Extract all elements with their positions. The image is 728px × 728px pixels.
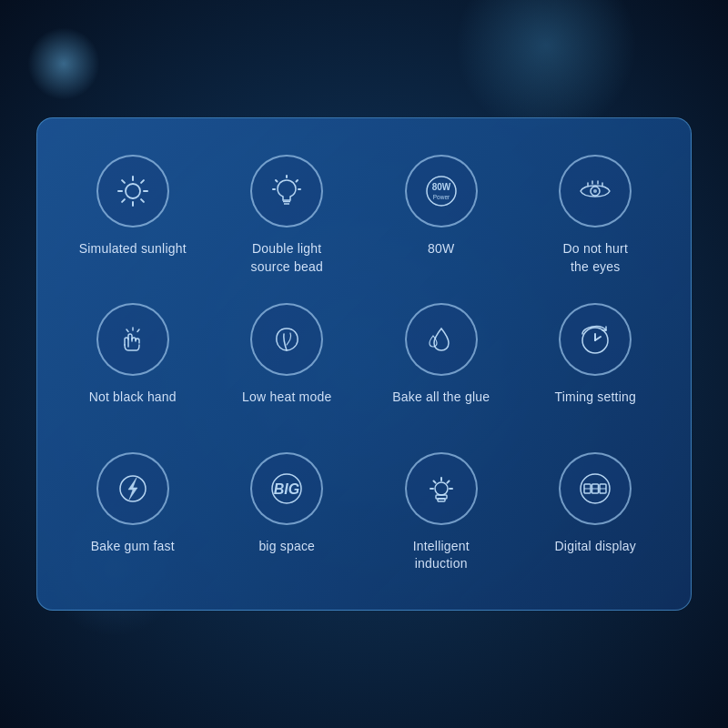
svg-line-13 bbox=[297, 180, 298, 182]
feature-low-heat-mode: Low heat mode bbox=[210, 294, 365, 433]
svg-line-5 bbox=[122, 180, 125, 183]
feature-timing-setting: Timing setting bbox=[519, 294, 673, 433]
water-drops-icon bbox=[421, 319, 461, 359]
feature-not-black-hand: Not black hand bbox=[56, 294, 210, 433]
svg-text:Power: Power bbox=[433, 194, 450, 200]
bake-all-the-glue-label: Bake all the glue bbox=[392, 389, 490, 407]
lightning-icon bbox=[113, 469, 153, 509]
80w-icon-circle: 80W Power bbox=[405, 155, 478, 228]
svg-point-20 bbox=[593, 189, 597, 193]
feature-simulated-sunlight: Simulated sunlight bbox=[56, 146, 210, 285]
svg-line-8 bbox=[122, 199, 125, 202]
bell-light-icon bbox=[421, 469, 461, 509]
low-heat-mode-label: Low heat mode bbox=[242, 389, 331, 407]
feature-bake-all-the-glue: Bake all the glue bbox=[364, 294, 519, 433]
svg-line-7 bbox=[141, 180, 144, 183]
simulated-sunlight-label: Simulated sunlight bbox=[79, 240, 187, 258]
svg-point-0 bbox=[126, 184, 140, 198]
hand-icon bbox=[113, 319, 153, 359]
svg-point-35 bbox=[435, 482, 448, 495]
intelligent-induction-icon-circle bbox=[405, 452, 478, 525]
feature-big-space: BIG big space bbox=[210, 443, 365, 582]
double-light-source-bead-label: Double lightsource bead bbox=[251, 240, 323, 276]
timing-setting-label: Timing setting bbox=[555, 389, 636, 407]
bake-gum-fast-label: Bake gum fast bbox=[91, 538, 175, 556]
svg-line-26 bbox=[126, 329, 128, 332]
svg-text:80W: 80W bbox=[431, 182, 450, 192]
timing-setting-icon-circle bbox=[559, 303, 632, 376]
svg-line-41 bbox=[433, 480, 435, 482]
features-card: Simulated sunlight Double lightsource be… bbox=[36, 117, 692, 611]
not-black-hand-label: Not black hand bbox=[89, 389, 177, 407]
simulated-sunlight-icon-circle bbox=[96, 155, 169, 228]
svg-line-42 bbox=[447, 480, 449, 482]
80w-power-icon: 80W Power bbox=[421, 171, 461, 211]
intelligent-induction-label: Intelligentinduction bbox=[413, 538, 470, 573]
svg-text:BIG: BIG bbox=[274, 481, 299, 497]
sun-icon bbox=[113, 171, 153, 211]
feature-do-not-hurt-the-eyes: Do not hurtthe eyes bbox=[519, 146, 673, 285]
80w-label: 80W bbox=[428, 240, 454, 258]
bulb-icon bbox=[267, 171, 307, 211]
display-icon bbox=[575, 469, 615, 509]
digital-display-label: Digital display bbox=[555, 538, 636, 556]
bg-decoration-3 bbox=[27, 27, 100, 100]
svg-line-27 bbox=[137, 329, 139, 332]
svg-marker-32 bbox=[128, 478, 137, 500]
feature-double-light-source-bead: Double lightsource bead bbox=[210, 146, 365, 285]
not-black-hand-icon-circle bbox=[96, 303, 169, 376]
digital-display-icon-circle bbox=[559, 452, 632, 525]
eye-icon bbox=[575, 171, 615, 211]
do-not-hurt-eyes-icon-circle bbox=[559, 155, 632, 228]
low-heat-mode-icon-circle bbox=[250, 303, 323, 376]
big-space-icon-circle: BIG bbox=[250, 452, 323, 525]
feature-intelligent-induction: Intelligentinduction bbox=[364, 443, 519, 582]
svg-line-12 bbox=[276, 180, 278, 182]
bake-gum-fast-icon-circle bbox=[96, 452, 169, 525]
features-grid: Simulated sunlight Double lightsource be… bbox=[56, 146, 672, 582]
double-light-source-bead-icon-circle bbox=[250, 155, 323, 228]
big-space-label: big space bbox=[258, 538, 315, 556]
do-not-hurt-eyes-label: Do not hurtthe eyes bbox=[563, 240, 628, 276]
feature-bake-gum-fast: Bake gum fast bbox=[56, 443, 210, 582]
feature-digital-display: Digital display bbox=[519, 443, 673, 582]
bg-decoration-1 bbox=[455, 0, 637, 136]
svg-line-6 bbox=[141, 199, 144, 202]
leaf-icon bbox=[267, 319, 307, 359]
svg-rect-37 bbox=[438, 499, 445, 501]
feature-80w: 80W Power 80W bbox=[364, 146, 519, 285]
big-text-icon: BIG bbox=[267, 469, 307, 509]
clock-icon bbox=[575, 319, 615, 359]
bake-all-the-glue-icon-circle bbox=[405, 303, 478, 376]
